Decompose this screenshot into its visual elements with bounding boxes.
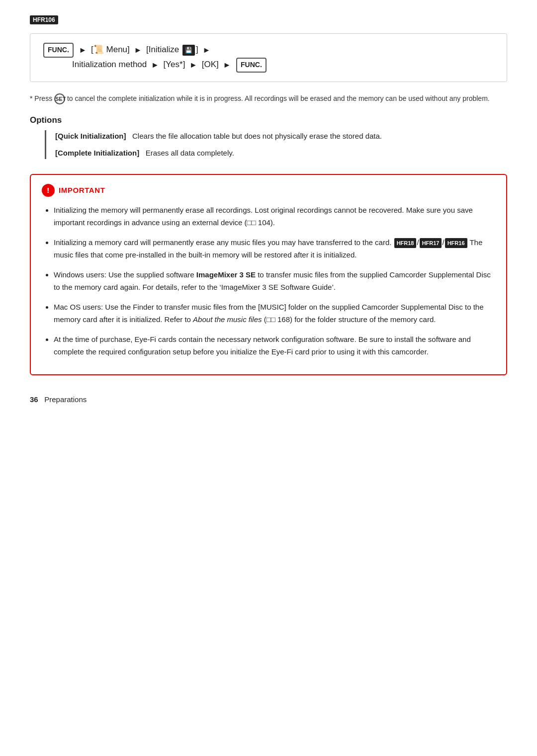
model-hfr17: HFR17 [420, 238, 442, 249]
bullet-4-text-2: (□□ 168) for the folder structure of the… [262, 315, 436, 324]
important-bullet-1: Initializing the memory will permanently… [54, 204, 495, 229]
menu-icon: 📜 [93, 45, 104, 54]
page-number: 36 [30, 395, 38, 404]
model-badge: HFR106 [30, 15, 58, 24]
bullet-3-text-1: Windows users: Use the supplied software [54, 270, 196, 279]
options-heading: Options [30, 115, 507, 125]
important-bullet-4: Mac OS users: Use the Finder to transfer… [54, 301, 495, 326]
yes-asterisk: * [179, 60, 183, 69]
func-button[interactable]: FUNC. [43, 43, 74, 58]
about-music-files-italic: About the music files [193, 315, 262, 324]
important-bullet-2: Initializing a memory card will permanen… [54, 236, 495, 261]
quick-init-term: [Quick Initialization] [55, 132, 126, 140]
options-box: [Quick Initialization] Clears the file a… [45, 130, 507, 159]
bullet-5-text: At the time of purchase, Eye-Fi cards co… [54, 335, 471, 356]
arrow-icon-1: ► [79, 43, 87, 57]
bullet-2-text: Initializing a memory card will permanen… [54, 238, 394, 247]
sd-icon: 💾 [182, 45, 195, 56]
func-button-end[interactable]: FUNC. [236, 58, 267, 73]
arrow-icon-2: ► [134, 43, 142, 57]
nav-line-2: Initialization method ► [Yes*] ► [OK] ► … [42, 58, 495, 73]
arrow-icon-4: ► [151, 58, 159, 72]
model-hfr16: HFR16 [445, 238, 467, 249]
option-item-complete: [Complete Initialization] Erases all dat… [55, 147, 507, 159]
arrow-icon-5: ► [189, 58, 197, 72]
page-footer: 36 Preparations [30, 395, 507, 404]
footnote-asterisk: * [30, 94, 34, 102]
init-method-label: Initialization method [72, 60, 147, 69]
option-item-quick: [Quick Initialization] Clears the file a… [55, 130, 507, 142]
set-button-symbol: SET [54, 93, 65, 104]
ok-label: OK [204, 60, 216, 69]
complete-init-term: [Complete Initialization] [55, 149, 139, 157]
yes-label: Yes [166, 60, 179, 69]
important-icon: ! [42, 184, 55, 197]
footnote-text: to cancel the complete initialization wh… [67, 94, 490, 102]
footnote: * Press SET to cancel the complete initi… [30, 93, 507, 104]
bullet-1-text: Initializing the memory will permanently… [54, 206, 473, 227]
model-hfr18: HFR18 [394, 238, 417, 249]
quick-init-description: Clears the file allocation table but doe… [132, 132, 382, 140]
important-header: ! IMPORTANT [42, 184, 495, 197]
initialize-label: Initialize [149, 45, 179, 54]
page-label: Preparations [44, 395, 87, 404]
arrow-icon-3: ► [202, 43, 210, 57]
important-section: ! IMPORTANT Initializing the memory will… [30, 174, 507, 375]
important-title: IMPORTANT [59, 186, 105, 194]
complete-init-description: Erases all data completely. [146, 149, 234, 157]
nav-box: FUNC. ► [📜 Menu] ► [Initialize 💾] ► Init… [30, 33, 507, 82]
important-bullet-3: Windows users: Use the supplied software… [54, 268, 495, 294]
imagemixer-bold: ImageMixer 3 SE [196, 270, 256, 279]
menu-label: Menu [106, 45, 128, 54]
arrow-icon-6: ► [223, 58, 231, 72]
important-bullet-list: Initializing the memory will permanently… [54, 204, 495, 358]
important-bullet-5: At the time of purchase, Eye-Fi cards co… [54, 333, 495, 358]
nav-line-1: FUNC. ► [📜 Menu] ► [Initialize 💾] ► [42, 43, 495, 58]
